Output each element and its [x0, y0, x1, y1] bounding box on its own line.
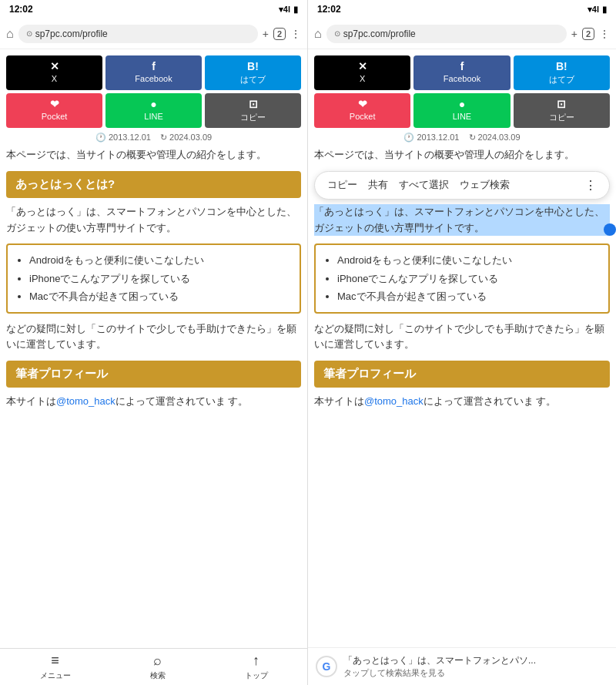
time-left: 12:02 — [9, 4, 33, 15]
menu-nav-left[interactable]: ≡ メニュー — [40, 653, 71, 681]
created-date-right: 🕐 2013.12.01 — [403, 133, 459, 143]
section2-heading-left: 筆者プロフィール — [6, 361, 301, 388]
pocket-icon-left: ❤ — [50, 98, 59, 110]
bullet-box-left: Androidをもっと便利に使いこなしたい iPhoneでこんなアプリを探してい… — [6, 243, 301, 313]
hatena-label-right: はてブ — [549, 74, 574, 86]
line-label-left: LINE — [144, 112, 162, 121]
tab-count-right[interactable]: 2 — [582, 28, 594, 40]
section1-body-left: 「あっとはっく」は、スマートフォンとパソコンを中心とした、ガジェットの使い方専門… — [6, 204, 301, 237]
top-nav-left[interactable]: ↑ トップ — [245, 653, 268, 681]
security-icon-right: ⊙ — [334, 29, 340, 38]
more-icon-left[interactable]: ⋮ — [290, 28, 301, 40]
share-line-btn-left[interactable]: ● LINE — [105, 93, 202, 128]
share-fb-btn-left[interactable]: f Facebook — [105, 55, 202, 90]
bullet-list-right: Androidをもっと便利に使いこなしたい iPhoneでこんなアプリを探してい… — [325, 251, 599, 305]
bullet-box-right: Androidをもっと便利に使いこなしたい iPhoneでこんなアプリを探してい… — [314, 243, 610, 313]
bullet-item-3-left: Macで不具合が起きて困っている — [29, 287, 290, 305]
menu-icon-left: ≡ — [51, 653, 59, 669]
more-icon-right[interactable]: ⋮ — [599, 28, 610, 40]
section2-body-right: 本サイトは@tomo_hackによって運営されていま す。 — [314, 394, 610, 410]
home-icon-right[interactable]: ⌂ — [314, 27, 322, 41]
add-tab-icon-right[interactable]: + — [571, 28, 578, 40]
bullet-item-2-right: iPhoneでこんなアプリを探している — [337, 270, 599, 287]
right-panel: 12:02 ▾4l ▮ ⌂ ⊙ sp7pc.com/profile + 2 ⋮ … — [308, 0, 616, 685]
browser-bar-left: ⌂ ⊙ sp7pc.com/profile + 2 ⋮ — [0, 18, 307, 49]
copy-label-left: コピー — [240, 112, 266, 123]
pocket-label-right: Pocket — [350, 112, 376, 121]
context-copy[interactable]: コピー — [327, 178, 357, 192]
wifi-icon-right: ▾4l — [588, 5, 599, 15]
section1-footer-left: などの疑問に対し「このサイトで少しでも手助けできたら」を願いに運営しています。 — [6, 321, 301, 354]
status-icons-right: ▾4l ▮ — [588, 5, 607, 15]
share-hatena-btn-left[interactable]: B! はてブ — [205, 55, 301, 90]
copy-label-right: コピー — [549, 112, 574, 123]
search-icon-left: ⌕ — [153, 653, 162, 669]
content-area-right: ✕ X f Facebook B! はてブ ❤ Pocket ● LINE — [308, 49, 616, 647]
battery-icon: ▮ — [293, 5, 298, 15]
share-line-btn-right[interactable]: ● LINE — [413, 93, 510, 128]
share-buttons-row2-left: ❤ Pocket ● LINE ⊡ コピー — [6, 93, 301, 128]
share-buttons-row2-right: ❤ Pocket ● LINE ⊡ コピー — [314, 93, 610, 128]
x-icon-right: ✕ — [358, 60, 367, 72]
x-icon-left: ✕ — [50, 60, 59, 72]
copy-icon-left: ⊡ — [249, 98, 258, 110]
bullet-item-3-right: Macで不具合が起きて困っている — [337, 287, 599, 305]
profile-link-left[interactable]: @tomo_hack — [56, 395, 116, 407]
bullet-item-1-left: Androidをもっと便利に使いこなしたい — [29, 251, 290, 269]
add-tab-icon-left[interactable]: + — [263, 28, 269, 40]
top-icon-left: ↑ — [253, 653, 259, 669]
hatena-icon-left: B! — [247, 60, 259, 72]
hatena-icon-right: B! — [556, 60, 567, 72]
suggestion-main: 「あっとはっく」は、スマートフォンとパソ... — [343, 654, 608, 667]
url-bar-right[interactable]: ⊙ sp7pc.com/profile — [326, 25, 567, 43]
context-web-search[interactable]: ウェブ検索 — [460, 178, 510, 192]
fb-icon-right: f — [460, 60, 464, 72]
tab-count-left[interactable]: 2 — [273, 28, 286, 40]
share-pocket-btn-right[interactable]: ❤ Pocket — [314, 93, 410, 128]
suggestion-sub: タップして検索結果を見る — [343, 667, 608, 679]
browser-bar-right: ⌂ ⊙ sp7pc.com/profile + 2 ⋮ — [308, 18, 616, 49]
profile-link-right[interactable]: @tomo_hack — [364, 395, 424, 407]
suggestion-text: 「あっとはっく」は、スマートフォンとパソ... タップして検索結果を見る — [343, 654, 608, 679]
status-bar-left: 12:02 ▾4l ▮ — [0, 0, 307, 18]
search-label-left: 検索 — [150, 670, 166, 681]
fb-label-left: Facebook — [135, 74, 172, 83]
share-x-btn-left[interactable]: ✕ X — [6, 55, 102, 90]
fb-icon-left: f — [152, 60, 156, 72]
status-icons-left: ▾4l ▮ — [279, 5, 298, 15]
section1-footer-right: などの疑問に対し「このサイトで少しでも手助けできたら」を願いに運営しています。 — [314, 321, 610, 354]
search-nav-left[interactable]: ⌕ 検索 — [150, 653, 166, 681]
context-select-all[interactable]: すべて選択 — [399, 178, 449, 192]
hatena-label-left: はてブ — [240, 74, 266, 86]
home-icon-left[interactable]: ⌂ — [6, 27, 14, 41]
url-text-left: sp7pc.com/profile — [35, 29, 108, 39]
copy-icon-right: ⊡ — [557, 98, 566, 110]
section2-heading-right: 筆者プロフィール — [314, 361, 610, 388]
meta-info-right: 🕐 2013.12.01 ↻ 2024.03.09 — [314, 133, 610, 143]
share-copy-btn-left[interactable]: ⊡ コピー — [205, 93, 301, 128]
share-buttons-row1-right: ✕ X f Facebook B! はてブ — [314, 55, 610, 90]
google-icon: G — [316, 656, 337, 677]
left-panel: 12:02 ▾4l ▮ ⌂ ⊙ sp7pc.com/profile + 2 ⋮ … — [0, 0, 308, 685]
share-pocket-btn-left[interactable]: ❤ Pocket — [6, 93, 102, 128]
context-share[interactable]: 共有 — [368, 178, 388, 192]
browser-actions-left: + 2 ⋮ — [263, 28, 301, 40]
x-label-left: X — [52, 74, 57, 83]
share-copy-btn-right[interactable]: ⊡ コピー — [514, 93, 610, 128]
bullet-item-2-left: iPhoneでこんなアプリを探している — [29, 270, 290, 287]
bullet-item-1-right: Androidをもっと便利に使いこなしたい — [337, 251, 599, 269]
line-label-right: LINE — [453, 112, 471, 121]
browser-actions-right: + 2 ⋮ — [571, 28, 610, 40]
top-label-left: トップ — [245, 670, 268, 681]
google-suggestion[interactable]: G 「あっとはっく」は、スマートフォンとパソ... タップして検索結果を見る — [308, 647, 616, 685]
updated-date-right: ↻ 2024.03.09 — [469, 133, 521, 143]
share-hatena-btn-right[interactable]: B! はてブ — [514, 55, 610, 90]
url-bar-left[interactable]: ⊙ sp7pc.com/profile — [18, 25, 258, 43]
share-fb-btn-right[interactable]: f Facebook — [413, 55, 510, 90]
line-icon-left: ● — [150, 98, 156, 110]
context-more-icon[interactable]: ⋮ — [584, 178, 597, 193]
section1-heading-left: あっとはっくとは? — [6, 171, 301, 198]
share-x-btn-right[interactable]: ✕ X — [314, 55, 410, 90]
content-area-left: ✕ X f Facebook B! はてブ ❤ Pocket ● LINE — [0, 49, 307, 648]
context-menu-right[interactable]: コピー 共有 すべて選択 ウェブ検索 ⋮ — [314, 171, 610, 200]
